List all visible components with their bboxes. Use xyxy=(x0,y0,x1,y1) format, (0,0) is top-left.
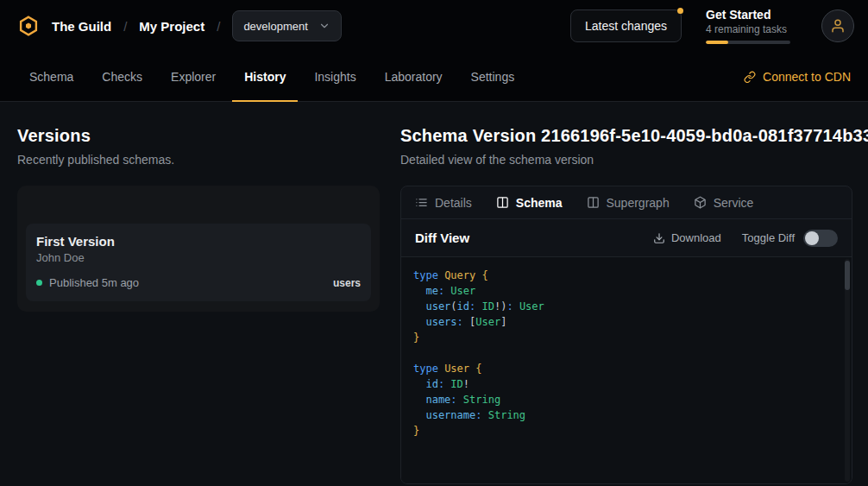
nav-tab-insights[interactable]: Insights xyxy=(302,52,368,101)
code-scrollbar[interactable] xyxy=(845,259,850,482)
code-token: ID xyxy=(482,300,494,312)
toggle-knob xyxy=(805,231,819,245)
code-token: User xyxy=(450,285,475,297)
top-bar: The Guild / My Project / development Lat… xyxy=(0,0,868,52)
nav-tab-checks[interactable]: Checks xyxy=(90,52,154,101)
published-status-dot xyxy=(36,280,42,286)
code-token: user xyxy=(413,300,450,312)
code-token: { xyxy=(481,269,487,281)
breadcrumb: The Guild / My Project / development xyxy=(17,10,342,41)
code-token: : xyxy=(438,378,450,390)
toggle-diff-switch[interactable] xyxy=(803,230,838,247)
code-token: { xyxy=(475,363,481,375)
diff-view-header: Diff View Download Toggle Diff xyxy=(401,219,852,257)
tab-details[interactable]: Details xyxy=(415,196,472,210)
code-line: } xyxy=(413,330,840,345)
code-line: } xyxy=(413,423,840,439)
version-detail-title: Schema Version 2166196f-5e10-4059-bd0a-0… xyxy=(400,126,852,146)
version-author: John Doe xyxy=(36,251,361,264)
breadcrumb-separator: / xyxy=(123,19,127,34)
code-token: : xyxy=(475,409,487,421)
code-line: user(id: ID!): User xyxy=(413,299,840,314)
connect-to-cdn-link[interactable]: Connect to CDN xyxy=(744,52,851,101)
project-link[interactable]: My Project xyxy=(139,19,204,34)
tab-details-label: Details xyxy=(435,196,472,210)
columns-icon xyxy=(587,196,600,209)
notification-dot xyxy=(677,8,683,14)
code-token: ! xyxy=(463,378,469,390)
code-token: type xyxy=(413,363,444,375)
versions-title: Versions xyxy=(17,126,380,146)
code-line: users: [User] xyxy=(413,314,840,330)
code-token: id xyxy=(413,378,438,390)
diff-view-actions: Download Toggle Diff xyxy=(653,230,838,247)
tab-service-label: Service xyxy=(714,196,754,210)
user-avatar[interactable] xyxy=(821,9,854,42)
code-token: : xyxy=(438,285,450,297)
get-started-progress-fill xyxy=(706,41,728,44)
code-line: type User { xyxy=(413,361,840,376)
main-content: Versions Recently published schemas. Fir… xyxy=(0,102,868,484)
versions-list: First Version John Doe Published 5m ago … xyxy=(17,186,380,312)
tab-service[interactable]: Service xyxy=(694,196,754,210)
download-button[interactable]: Download xyxy=(653,231,721,244)
tab-schema[interactable]: Schema xyxy=(496,196,563,210)
diff-view-title: Diff View xyxy=(415,230,469,245)
code-token: type xyxy=(413,269,444,281)
schema-code-viewer: type Query { me: User user(id: ID!): Use… xyxy=(401,257,852,483)
version-status: Published 5m ago xyxy=(49,276,139,289)
main-nav: Schema Checks Explorer History Insights … xyxy=(0,52,868,102)
code-token: me xyxy=(413,285,438,297)
code-line: me: User xyxy=(413,283,840,299)
user-icon xyxy=(830,18,846,34)
detail-tabs: Details Schema Sup xyxy=(401,186,852,219)
version-detail-subtitle: Detailed view of the schema version xyxy=(400,153,852,167)
version-name: First Version xyxy=(36,234,361,249)
code-line: type Query { xyxy=(413,268,840,283)
chevron-down-icon xyxy=(318,20,330,32)
code-token: name xyxy=(413,394,450,406)
code-line: username: String xyxy=(413,407,840,423)
code-token: } xyxy=(413,331,419,344)
code-line xyxy=(413,345,840,361)
tab-schema-label: Schema xyxy=(516,196,563,210)
box-icon xyxy=(694,196,707,209)
code-block: type Query { me: User user(id: ID!): Use… xyxy=(413,268,840,439)
toggle-diff-control: Toggle Diff xyxy=(742,230,838,247)
version-list-item[interactable]: First Version John Doe Published 5m ago … xyxy=(26,224,371,301)
nav-tab-settings[interactable]: Settings xyxy=(459,52,527,101)
code-token: String xyxy=(488,409,525,421)
hive-logo-icon[interactable] xyxy=(17,15,40,37)
get-started-title: Get Started xyxy=(706,8,790,22)
versions-subtitle: Recently published schemas. xyxy=(17,153,380,167)
code-token: User xyxy=(444,363,475,375)
version-meta: Published 5m ago users xyxy=(36,276,361,289)
nav-tab-laboratory[interactable]: Laboratory xyxy=(373,52,455,101)
org-link[interactable]: The Guild xyxy=(52,19,111,34)
get-started-widget[interactable]: Get Started 4 remaining tasks xyxy=(706,8,790,44)
environment-select[interactable]: development xyxy=(232,10,341,41)
nav-tab-history[interactable]: History xyxy=(232,52,298,101)
code-token: : xyxy=(469,300,481,312)
code-line: id: ID! xyxy=(413,376,840,392)
code-token: : xyxy=(457,316,469,328)
code-token: User xyxy=(519,300,544,312)
get-started-tasks: 4 remaining tasks xyxy=(706,23,790,35)
code-token: ( xyxy=(450,300,456,312)
download-label: Download xyxy=(671,231,721,244)
code-token: Query xyxy=(444,269,481,281)
latest-changes-button[interactable]: Latest changes xyxy=(570,9,682,42)
code-scrollbar-thumb[interactable] xyxy=(845,261,850,290)
code-token: } xyxy=(413,425,419,437)
code-token: id xyxy=(457,300,469,312)
service-badge: users xyxy=(333,277,361,289)
nav-tab-schema[interactable]: Schema xyxy=(17,52,85,101)
code-token: users xyxy=(413,316,457,328)
tab-supergraph[interactable]: Supergraph xyxy=(587,196,670,210)
columns-icon xyxy=(496,196,509,209)
version-detail-column: Schema Version 2166196f-5e10-4059-bd0a-0… xyxy=(400,126,852,484)
list-icon xyxy=(415,196,428,209)
breadcrumb-separator: / xyxy=(217,19,220,34)
nav-tab-explorer[interactable]: Explorer xyxy=(159,52,228,101)
code-token: User xyxy=(475,316,500,328)
